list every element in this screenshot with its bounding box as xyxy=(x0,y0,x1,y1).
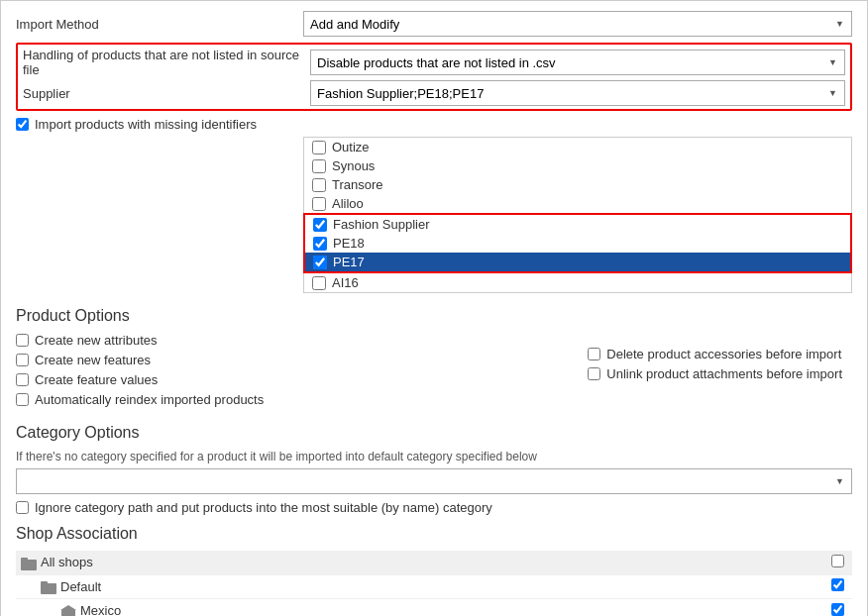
shop-allshops-cell: All shops xyxy=(16,551,822,574)
ignore-path-label: Ignore category path and put products in… xyxy=(35,500,492,515)
shop-default-checkbox-cell xyxy=(822,574,852,599)
supplier-item-pe18[interactable]: PE18 xyxy=(305,234,850,253)
product-options-left: Product Options Create new attributes Cr… xyxy=(16,297,588,412)
feature-values-checkbox[interactable] xyxy=(16,373,29,386)
supplier-lower-items: AI16 xyxy=(303,273,852,293)
svg-rect-2 xyxy=(41,583,56,594)
supplier-item-transore[interactable]: Transore xyxy=(304,175,851,194)
shop-section: Shop Association All shops xyxy=(16,525,852,616)
supplier-checkbox-synous[interactable] xyxy=(312,159,326,173)
shop-default-label: Default xyxy=(60,579,101,594)
svg-marker-5 xyxy=(60,605,76,610)
import-method-select-wrapper: Add and Modify Add Only Modify Only xyxy=(303,11,852,37)
supplier-select-wrapper: Fashion Supplier;PE18;PE17 xyxy=(310,80,845,106)
import-missing-ids-checkbox[interactable] xyxy=(16,118,29,131)
supplier-red-inner-box: Fashion Supplier PE18 PE17 xyxy=(303,213,852,273)
category-options-title: Category Options xyxy=(16,424,852,442)
category-section: Category Options If there's no category … xyxy=(16,424,852,515)
supplier-label: Supplier xyxy=(23,86,310,101)
shop-allshops-checkbox[interactable] xyxy=(831,555,844,567)
shop-default-cell: Default xyxy=(16,574,822,599)
shop-table: All shops Default xyxy=(16,551,852,616)
import-missing-ids-row: Import products with missing identifiers xyxy=(16,117,852,132)
supplier-checkbox-transore[interactable] xyxy=(312,178,326,192)
shop-row-allshops: All shops xyxy=(16,551,852,574)
shop-mexico-cell: Mexico xyxy=(16,599,822,616)
delete-accessories-checkbox[interactable] xyxy=(588,348,600,360)
new-features-checkbox[interactable] xyxy=(16,354,29,366)
product-options-title: Product Options xyxy=(16,307,588,325)
shop-default-name: Default xyxy=(21,579,817,595)
main-container: Import Method Add and Modify Add Only Mo… xyxy=(1,1,867,616)
import-method-row: Import Method Add and Modify Add Only Mo… xyxy=(16,11,852,37)
ignore-path-checkbox[interactable] xyxy=(16,501,29,514)
shop-default-checkbox[interactable] xyxy=(831,578,844,591)
handling-row: Handling of products that are not listed… xyxy=(23,48,845,77)
product-options-right: Delete product accessories before import… xyxy=(588,297,852,386)
supplier-checkbox-outize[interactable] xyxy=(312,141,326,154)
supplier-checkbox-ai16[interactable] xyxy=(312,276,326,290)
supplier-checkbox-pe18[interactable] xyxy=(313,237,327,251)
shop-association-title: Shop Association xyxy=(16,525,852,543)
shop-row-default: Default xyxy=(16,574,852,599)
supplier-item-aliloo-label: Aliloo xyxy=(332,196,364,211)
supplier-select[interactable]: Fashion Supplier;PE18;PE17 xyxy=(310,80,845,106)
new-attrs-checkbox[interactable] xyxy=(16,334,29,347)
supplier-item-outize-label: Outize xyxy=(332,140,370,154)
default-category-wrapper xyxy=(16,468,852,494)
svg-rect-3 xyxy=(41,581,48,584)
shop-allshops-name: All shops xyxy=(21,555,817,570)
supplier-item-pe18-label: PE18 xyxy=(333,236,365,251)
reindex-row: Automatically reindex imported products xyxy=(16,392,588,407)
supplier-item-pe17[interactable]: PE17 xyxy=(305,253,850,271)
handling-label: Handling of products that are not listed… xyxy=(23,48,310,77)
supplier-item-fashion-label: Fashion Supplier xyxy=(333,217,430,232)
store-icon-mexico xyxy=(60,603,80,616)
svg-rect-1 xyxy=(21,558,28,561)
unlink-attachments-checkbox[interactable] xyxy=(588,367,600,380)
supplier-item-synous[interactable]: Synous xyxy=(304,156,851,175)
supplier-item-pe17-label: PE17 xyxy=(333,255,365,269)
feature-values-label: Create feature values xyxy=(35,372,158,387)
delete-accessories-row: Delete product accessories before import xyxy=(588,347,841,361)
ignore-path-row: Ignore category path and put products in… xyxy=(16,500,852,515)
shop-mexico-name: Mexico xyxy=(21,603,817,616)
import-method-select[interactable]: Add and Modify Add Only Modify Only xyxy=(303,11,852,37)
category-desc: If there's no category specified for a p… xyxy=(16,450,852,463)
new-attrs-label: Create new attributes xyxy=(35,333,158,348)
supplier-checkbox-aliloo[interactable] xyxy=(312,197,326,211)
supplier-upper-items: Outize Synous Transore Aliloo xyxy=(303,137,852,213)
red-border-group: Handling of products that are not listed… xyxy=(16,43,852,111)
import-missing-ids-label: Import products with missing identifiers xyxy=(35,117,257,132)
shop-allshops-checkbox-cell xyxy=(822,551,852,574)
new-attrs-row: Create new attributes xyxy=(16,333,588,348)
supplier-dropdown-popup: Outize Synous Transore Aliloo xyxy=(303,137,852,293)
supplier-item-outize[interactable]: Outize xyxy=(304,138,851,156)
supplier-checkbox-fashion[interactable] xyxy=(313,218,327,232)
reindex-checkbox[interactable] xyxy=(16,393,29,406)
supplier-checkbox-pe17[interactable] xyxy=(313,256,327,269)
supplier-dropdown-area: Outize Synous Transore Aliloo xyxy=(16,137,852,293)
unlink-attachments-row: Unlink product attachments before import xyxy=(588,366,842,381)
handling-select-wrapper: Disable products that are not listed in … xyxy=(310,50,845,75)
shop-row-mexico: Mexico xyxy=(16,599,852,616)
new-features-label: Create new features xyxy=(35,353,151,367)
supplier-item-synous-label: Synous xyxy=(332,158,375,173)
supplier-item-ai16[interactable]: AI16 xyxy=(304,273,851,292)
reindex-label: Automatically reindex imported products xyxy=(35,392,264,407)
handling-select[interactable]: Disable products that are not listed in … xyxy=(310,50,845,75)
svg-rect-4 xyxy=(61,610,75,616)
supplier-item-aliloo[interactable]: Aliloo xyxy=(304,194,851,213)
supplier-dropdown-spacer xyxy=(16,137,303,293)
shop-allshops-label: All shops xyxy=(41,555,93,569)
product-options-container: Product Options Create new attributes Cr… xyxy=(16,297,852,412)
folder-icon-default xyxy=(41,579,60,595)
unlink-attachments-label: Unlink product attachments before import xyxy=(606,366,842,381)
supplier-item-fashion[interactable]: Fashion Supplier xyxy=(305,215,850,234)
folder-icon-allshops xyxy=(21,555,41,570)
feature-values-row: Create feature values xyxy=(16,372,588,387)
shop-mexico-checkbox[interactable] xyxy=(831,603,844,616)
default-category-select[interactable] xyxy=(16,468,852,494)
shop-mexico-checkbox-cell xyxy=(822,599,852,616)
delete-accessories-label: Delete product accessories before import xyxy=(606,347,841,361)
